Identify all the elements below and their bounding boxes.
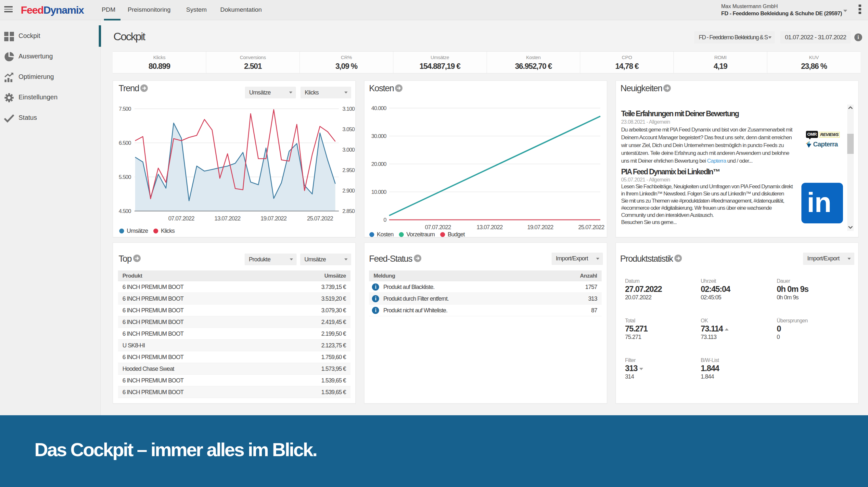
svg-text:4.500: 4.500 xyxy=(119,208,131,214)
svg-text:6.500: 6.500 xyxy=(119,140,131,146)
svg-text:19.07.2022: 19.07.2022 xyxy=(527,224,554,230)
svg-text:07.07.2022: 07.07.2022 xyxy=(425,224,451,230)
svg-text:40.000: 40.000 xyxy=(371,105,386,111)
svg-text:2.900: 2.900 xyxy=(342,188,355,194)
svg-text:19.07.2022: 19.07.2022 xyxy=(260,215,287,222)
svg-text:2.950: 2.950 xyxy=(342,167,355,173)
svg-text:3.050: 3.050 xyxy=(342,126,355,132)
svg-text:13.07.2022: 13.07.2022 xyxy=(214,215,241,222)
svg-text:07.07.2022: 07.07.2022 xyxy=(168,215,194,222)
svg-text:13.07.2022: 13.07.2022 xyxy=(476,224,503,230)
svg-text:10.000: 10.000 xyxy=(371,189,386,195)
svg-text:3.100: 3.100 xyxy=(342,106,355,112)
svg-text:0: 0 xyxy=(384,217,386,223)
svg-text:30.000: 30.000 xyxy=(371,133,386,139)
svg-text:25.07.2022: 25.07.2022 xyxy=(307,215,333,222)
svg-text:5.500: 5.500 xyxy=(119,174,131,180)
svg-text:3.000: 3.000 xyxy=(342,147,355,153)
svg-text:25.07.2022: 25.07.2022 xyxy=(578,224,604,230)
svg-text:20.000: 20.000 xyxy=(371,161,386,167)
svg-text:7.500: 7.500 xyxy=(119,106,131,112)
svg-text:2.850: 2.850 xyxy=(342,208,355,214)
